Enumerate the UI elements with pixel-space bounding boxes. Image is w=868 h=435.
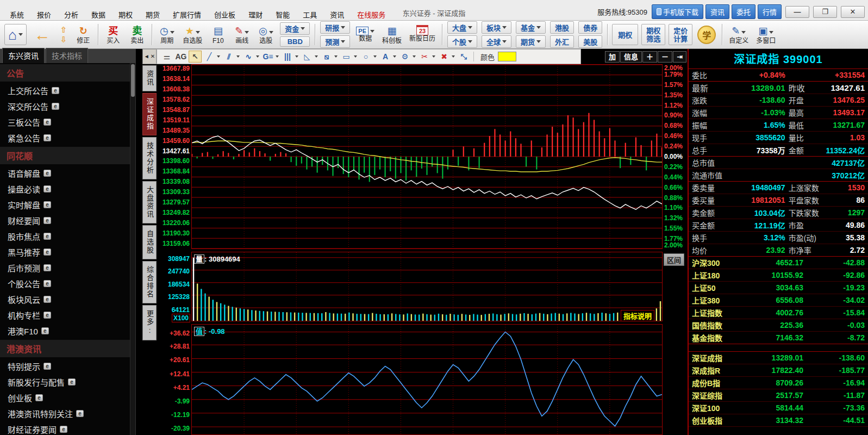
sidebar-item[interactable]: 财经要闻e (0, 213, 130, 228)
pe-data-button[interactable]: PE数据 (352, 22, 378, 47)
index-row[interactable]: 深证1005814.44-73.36 (689, 402, 868, 414)
indicator-help-button[interactable]: 指标说明 (621, 310, 654, 321)
menu-item-12[interactable]: 在线服务 (351, 8, 392, 21)
sidebar-item[interactable]: 港澳资讯特别关注e (0, 406, 130, 421)
line-tool[interactable]: ╱ (203, 51, 216, 63)
order-button[interactable]: 委托 (732, 4, 755, 19)
sidebar-item[interactable]: 个股公告e (0, 276, 130, 291)
rect-tool[interactable]: ▭ (340, 51, 353, 63)
sidebar-item[interactable]: 后市预测e (0, 260, 130, 276)
sector-global-button-1[interactable]: 全球 (482, 35, 511, 48)
sidebar-item[interactable]: 创业板e (0, 390, 130, 406)
menu-item-1[interactable]: 报价 (30, 8, 58, 21)
market-stock-button-0[interactable]: 大盘 (447, 21, 477, 34)
index-row[interactable]: 沪深3004652.17-42.88 (689, 257, 868, 269)
star-market-button[interactable]: ▦科创板 (378, 22, 405, 47)
menu-item-10[interactable]: 工具 (296, 8, 323, 21)
menu-item-2[interactable]: 分析 (58, 8, 85, 21)
scroll-right-button[interactable]: ⇥ (673, 51, 686, 63)
menu-item-0[interactable]: 系统 (3, 8, 30, 21)
sidebar-item[interactable]: 三板公告e (0, 114, 130, 130)
sidebar-item[interactable]: 特别提示e (0, 358, 130, 374)
watchlist-button[interactable]: ★自选股 (179, 22, 206, 47)
panel-collapse-icon[interactable]: ◄ (144, 54, 149, 59)
close-button[interactable]: ✕ (841, 6, 865, 18)
news-button[interactable]: 资讯 (705, 4, 729, 19)
sector-global-button-0[interactable]: 板块 (482, 21, 511, 34)
delete-tool[interactable]: ✖ (438, 51, 451, 63)
up-arrow-button[interactable]: ⇧ (60, 26, 67, 34)
index-row[interactable]: 上证503034.63-19.23 (689, 282, 868, 294)
sidebar-item[interactable]: 财经证券要闻e (0, 421, 130, 435)
sidebar-item[interactable]: 深交所公告e (0, 98, 130, 114)
index-row[interactable]: 上证18010155.92-92.86 (689, 269, 868, 282)
menu-item-3[interactable]: 数据 (85, 8, 112, 21)
back-button[interactable]: ← (29, 22, 56, 47)
zoom-out-button[interactable]: － (658, 51, 672, 63)
chart-vtab-1[interactable]: 深证成指 (142, 93, 157, 135)
text-tool[interactable]: A (379, 51, 392, 63)
indicator-chart[interactable]: 值: -0.98 (191, 324, 663, 435)
sidebar-item[interactable]: 股市焦点e (0, 228, 130, 244)
buy-button[interactable]: 买买入 (101, 22, 125, 47)
menu-item-9[interactable]: 智能 (269, 8, 296, 21)
market-stock-button-1[interactable]: 个股 (447, 35, 477, 48)
sidebar-item[interactable]: 实时解盘e (0, 197, 130, 213)
sidebar-item[interactable]: 板块风云e (0, 291, 130, 307)
hatch-tool[interactable]: ⧅ (320, 51, 333, 63)
circle-tool[interactable]: ○ (359, 51, 372, 63)
add-indicator-button[interactable]: 加 (605, 51, 620, 63)
sidebar-item[interactable]: 上交所公告e (0, 83, 130, 98)
index-row[interactable]: 国债指数225.36-0.03 (689, 319, 868, 332)
sidebar-item[interactable]: 港澳F10e (0, 323, 130, 339)
sidebar-item[interactable]: 黑马推荐e (0, 244, 130, 260)
sell-button[interactable]: 卖卖出 (125, 22, 149, 47)
cut-tool[interactable]: ✂ (418, 51, 431, 63)
draw-line-button[interactable]: ✎画线 (230, 22, 254, 47)
index-row[interactable]: 上证3806556.08-34.02 (689, 294, 868, 307)
sidebar-item[interactable]: 操盘必读e (0, 181, 130, 197)
research-forecast-button-0[interactable]: 研报 (320, 21, 350, 34)
index-row[interactable]: 创业板指3134.32-44.51 (689, 414, 868, 427)
chart-vtab-3[interactable]: 大盘资讯 (142, 181, 157, 223)
ag-tool[interactable]: AG (174, 51, 188, 63)
ipo-calendar-button[interactable]: 23新股日历 (405, 22, 439, 47)
index-row[interactable]: 深证成指13289.01-138.60 (689, 352, 868, 364)
options-button[interactable]: 期权 (612, 24, 638, 45)
menu-item-7[interactable]: 创业板 (208, 8, 242, 21)
resize-tool[interactable]: ⤡ (457, 51, 470, 63)
vertical-grid-tool[interactable]: ||| (281, 51, 294, 63)
menu-item-8[interactable]: 理财 (242, 8, 269, 21)
options-filter-button[interactable]: 期权筛选 (641, 24, 665, 45)
funds-bbd-button-1[interactable]: BBD (280, 36, 310, 47)
sidebar-tab-0[interactable]: 东兴资讯 (2, 48, 45, 63)
minimize-button[interactable]: — (785, 6, 809, 18)
bond-us-button-0[interactable]: 债券 (578, 21, 602, 34)
index-row[interactable]: 成份B指8709.26-16.94 (689, 377, 868, 389)
sidebar-item[interactable]: 语音解盘e (0, 165, 130, 181)
index-row[interactable]: 上证指数4002.76-15.84 (689, 307, 868, 319)
cursor-tool[interactable]: ↖ (189, 51, 202, 63)
chart-vtab-4[interactable]: 自选股 (142, 225, 157, 259)
index-row[interactable]: 基金指数7146.32-8.72 (689, 332, 868, 344)
period-button[interactable]: ◷周期 (155, 22, 179, 47)
indicator-params-tool[interactable]: ⚌ (160, 51, 173, 63)
parallel-line-tool[interactable]: ⫽ (222, 51, 235, 63)
bond-us-button-1[interactable]: 美股 (578, 35, 602, 48)
stock-picker-button[interactable]: ◎选股 (254, 22, 278, 47)
mobile-download-button[interactable]: 手机版下载 (652, 4, 703, 19)
f10-button[interactable]: ▤F10 (206, 22, 230, 47)
sidebar-tab-1[interactable]: 技术指标 (46, 48, 88, 63)
hk-forex-button-0[interactable]: 港股 (550, 21, 574, 34)
research-forecast-button-1[interactable]: 预测 (320, 35, 350, 48)
chart-vtab-2[interactable]: 技术分析 (142, 137, 157, 179)
chart-vtab-6[interactable]: 更多: (142, 305, 157, 340)
color-swatch[interactable] (498, 52, 516, 61)
panel-close-icon[interactable]: ✕ (151, 54, 155, 59)
sidebar-item[interactable]: 新股发行与配售e (0, 374, 130, 390)
menu-item-4[interactable]: 期权 (112, 8, 139, 21)
fan-line-tool[interactable]: ◺ (301, 51, 314, 63)
range-stats-button[interactable]: 区间 (664, 253, 684, 266)
menu-item-5[interactable]: 期货 (139, 8, 166, 21)
zoom-in-button[interactable]: ＋ (642, 51, 657, 63)
